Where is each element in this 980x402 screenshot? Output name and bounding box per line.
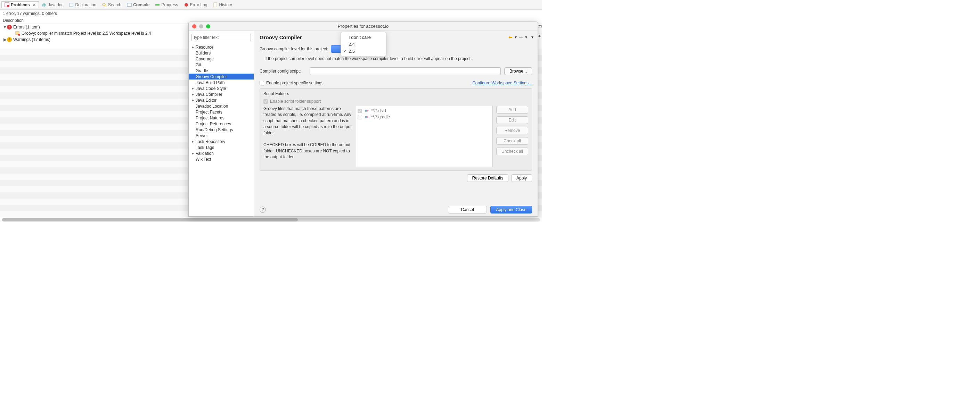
tab-progress[interactable]: Progress xyxy=(152,2,181,8)
tab-javadoc[interactable]: @ Javadoc xyxy=(39,2,66,8)
nav-item-label: WikiText xyxy=(196,157,211,162)
help-icon[interactable]: ? xyxy=(259,207,266,213)
browse-button[interactable]: Browse... xyxy=(504,67,532,75)
nav-item-label: Run/Debug Settings xyxy=(196,127,233,132)
window-minimize-button[interactable] xyxy=(199,24,203,28)
nav-item-builders[interactable]: Builders xyxy=(189,50,254,56)
nav-item-project-facets[interactable]: Project Facets xyxy=(189,109,254,115)
back-menu-icon[interactable]: ▾ xyxy=(515,35,517,40)
enable-specific-checkbox[interactable] xyxy=(259,81,264,85)
view-menu-icon[interactable]: ▾ xyxy=(531,35,533,40)
back-arrow-icon[interactable]: ⬅ xyxy=(508,34,512,40)
check-all-button[interactable]: Check all xyxy=(496,137,528,145)
pattern-label: **/*.dsld xyxy=(371,108,386,113)
apply-and-close-button[interactable]: Apply and Close xyxy=(490,206,532,214)
mismatch-note: If the project compiler level does not m… xyxy=(259,56,532,61)
edit-button[interactable]: Edit xyxy=(496,116,528,124)
scrollbar-thumb[interactable] xyxy=(2,218,298,222)
horizontal-scrollbar[interactable] xyxy=(2,218,540,222)
filter-input[interactable] xyxy=(191,34,251,41)
tab-label: Javadoc xyxy=(48,2,64,7)
tab-label: Progress xyxy=(161,2,178,7)
pattern-buttons: Add Edit Remove Check all Uncheck all xyxy=(496,106,528,167)
caret-right-icon[interactable]: ▸ xyxy=(192,45,196,49)
nav-item-label: Git xyxy=(196,62,201,67)
nav-item-task-repository[interactable]: ▸Task Repository xyxy=(189,139,254,144)
tab-label: Console xyxy=(133,2,150,7)
nav-item-project-references[interactable]: Project References xyxy=(189,121,254,127)
caret-right-icon[interactable]: ▸ xyxy=(192,98,196,102)
caret-right-icon[interactable]: ▸ xyxy=(192,139,196,143)
dropdown-option[interactable]: I don't care xyxy=(341,34,386,41)
pattern-checkbox[interactable] xyxy=(358,115,362,119)
properties-sidebar: ▸ResourceBuildersCoverageGitGradleGroovy… xyxy=(189,31,254,216)
nav-item-coverage[interactable]: Coverage xyxy=(189,56,254,62)
nav-item-label: Task Repository xyxy=(196,139,225,144)
tab-problems[interactable]: Problems ✕ xyxy=(2,2,39,8)
uncheck-all-button[interactable]: Uncheck all xyxy=(496,147,528,155)
properties-nav: ▸ResourceBuildersCoverageGitGradleGroovy… xyxy=(189,44,254,162)
enable-specific-row[interactable]: Enable project specific settings xyxy=(259,81,323,85)
nav-item-validation[interactable]: ▸Validation xyxy=(189,150,254,156)
pattern-item[interactable]: **/*.dsld xyxy=(358,108,491,114)
check-icon: ✓ xyxy=(343,49,347,54)
restore-defaults-button[interactable]: Restore Defaults xyxy=(467,174,508,182)
pattern-item[interactable]: **/*.gradle xyxy=(358,114,491,120)
cancel-button[interactable]: Cancel xyxy=(448,206,487,214)
nav-item-java-code-style[interactable]: ▸Java Code Style xyxy=(189,85,254,91)
add-button[interactable]: Add xyxy=(496,106,528,114)
nav-item-wikitext[interactable]: WikiText xyxy=(189,156,254,162)
tab-declaration[interactable]: Declaration xyxy=(66,2,99,8)
svg-point-12 xyxy=(365,110,367,112)
caret-right-icon[interactable]: ▸ xyxy=(192,92,196,96)
svg-rect-7 xyxy=(155,4,159,6)
remove-button[interactable]: Remove xyxy=(496,127,528,135)
tree-label: Warnings (17 items) xyxy=(13,37,50,42)
svg-point-13 xyxy=(365,116,367,118)
window-zoom-button[interactable] xyxy=(206,24,210,28)
nav-item-resource[interactable]: ▸Resource xyxy=(189,44,254,50)
dropdown-option[interactable]: 2.4 xyxy=(341,41,386,47)
nav-item-gradle[interactable]: Gradle xyxy=(189,68,254,74)
tab-search[interactable]: Search xyxy=(99,2,124,8)
config-script-label: Compiler config script: xyxy=(259,69,306,74)
nav-item-java-build-path[interactable]: Java Build Path xyxy=(189,79,254,85)
nav-item-label: Builders xyxy=(196,51,211,55)
svg-rect-3 xyxy=(70,3,73,6)
patterns-list[interactable]: **/*.dsld **/*.gradle xyxy=(356,106,493,167)
tab-errorlog[interactable]: Error Log xyxy=(181,2,210,8)
forward-arrow-icon[interactable]: ➡ xyxy=(519,34,523,40)
pattern-checkbox[interactable] xyxy=(358,109,362,113)
caret-right-icon[interactable]: ▸ xyxy=(192,151,196,155)
dropdown-option-selected[interactable]: ✓2.5 xyxy=(341,47,386,54)
caret-down-icon[interactable]: ▼ xyxy=(3,25,7,30)
caret-right-icon[interactable]: ▶ xyxy=(3,37,7,42)
tab-history[interactable]: History xyxy=(210,2,235,8)
compiler-level-dropdown[interactable]: I don't care 2.4 ✓2.5 xyxy=(340,32,387,56)
enable-script-support-checkbox[interactable] xyxy=(263,99,268,104)
nav-item-server[interactable]: Server xyxy=(189,133,254,139)
workspace-settings-link[interactable]: Configure Workspace Settings... xyxy=(472,81,532,85)
nav-item-java-compiler[interactable]: ▸Java Compiler xyxy=(189,91,254,97)
config-script-input[interactable] xyxy=(310,67,501,75)
nav-item-project-natures[interactable]: Project Natures xyxy=(189,115,254,121)
console-icon xyxy=(127,2,132,7)
error-badge-icon: ! xyxy=(7,25,12,30)
groovy-error-icon xyxy=(15,31,20,36)
close-icon[interactable]: ✕ xyxy=(33,3,36,7)
nav-item-git[interactable]: Git xyxy=(189,62,254,68)
enable-script-support-row[interactable]: Enable script folder support xyxy=(263,99,528,104)
apply-button[interactable]: Apply xyxy=(511,174,532,182)
nav-item-groovy-compiler[interactable]: Groovy Compiler xyxy=(189,74,254,79)
caret-right-icon[interactable]: ▸ xyxy=(192,86,196,90)
forward-menu-icon[interactable]: ▾ xyxy=(525,35,527,40)
history-icon xyxy=(213,2,218,7)
nav-item-run-debug-settings[interactable]: Run/Debug Settings xyxy=(189,127,254,133)
tab-console[interactable]: Console xyxy=(124,2,152,8)
window-close-button[interactable] xyxy=(192,24,196,28)
nav-item-javadoc-location[interactable]: Javadoc Location xyxy=(189,103,254,109)
nav-item-java-editor[interactable]: ▸Java Editor xyxy=(189,97,254,103)
nav-item-label: Server xyxy=(196,133,208,138)
dialog-titlebar[interactable]: Properties for accessot.io xyxy=(189,22,538,31)
nav-item-task-tags[interactable]: Task Tags xyxy=(189,144,254,150)
